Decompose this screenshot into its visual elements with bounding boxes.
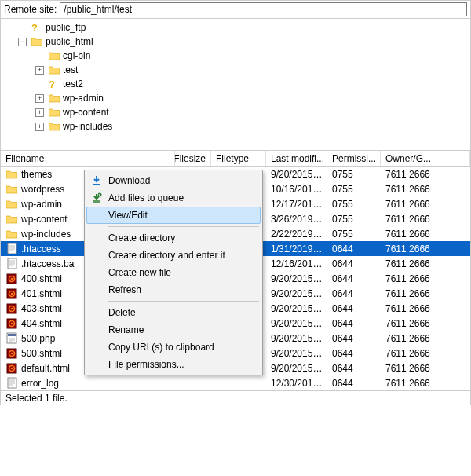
expand-icon[interactable]: + [35,123,44,131]
menu-item-label: Create directory and enter it [108,250,225,261]
file-name: wp-admin [21,199,62,210]
svg-point-21 [11,367,13,369]
remote-path-input[interactable] [60,2,467,16]
col-filename[interactable]: Filename [1,151,175,166]
collapse-icon[interactable]: − [18,38,27,46]
file-owner: 7611 2666 [381,229,470,240]
menu-create-file[interactable]: Create new file [86,264,261,281]
download-icon [89,174,104,188]
file-name: .htaccess.ba [21,258,74,269]
menu-delete[interactable]: Delete [86,304,261,321]
add-queue-icon [89,191,104,205]
tree-item[interactable]: −public_html [18,35,470,49]
unknown-folder-icon [49,79,60,89]
menu-item-label: Add files to queue [108,192,184,203]
file-modified: 9/20/2015 ... [266,303,327,314]
file-list-header[interactable]: Filename Filesize Filetype Last modifi..… [1,151,470,167]
svg-point-13 [11,322,13,324]
file-owner: 7611 2666 [381,199,470,210]
file-permissions: 0644 [327,348,381,359]
svg-rect-23 [93,184,100,185]
tree-item-label: public_ftp [46,20,86,35]
menu-create-directory-enter[interactable]: Create directory and enter it [86,247,261,264]
expand-icon[interactable]: + [35,108,44,117]
tree-item-label: wp-includes [63,119,112,134]
expand-icon[interactable]: + [35,94,44,103]
menu-add-to-queue[interactable]: Add files to queue [86,189,261,207]
file-name: 400.shtml [21,273,62,284]
menu-refresh[interactable]: Refresh [86,281,261,298]
file-name: default.html [21,363,70,374]
expand-icon[interactable]: + [35,66,44,75]
file-modified: 12/16/2015... [266,258,327,269]
file-owner: 7611 2666 [381,348,470,359]
file-modified: 12/30/2016... [266,378,327,389]
file-modified: 10/16/2017... [266,184,327,195]
shtml-file-icon [5,273,18,284]
menu-item-label: Delete [108,307,136,318]
menu-item-label: Download [108,175,150,186]
svg-point-4 [11,277,13,280]
tree-item-label: cgi-bin [63,49,90,63]
menu-download[interactable]: Download [86,172,261,189]
file-list[interactable]: themesFile folder9/20/2015 ...07557611 2… [1,167,470,390]
folder-icon [49,108,60,117]
file-modified: 9/20/2015 ... [266,348,327,359]
col-filesize[interactable]: Filesize [175,151,211,166]
file-owner: 7611 2666 [381,184,470,195]
file-name: 401.shtml [21,288,62,299]
menu-create-directory[interactable]: Create directory [86,229,261,247]
folder-icon [49,65,60,75]
directory-tree[interactable]: public_ftp−public_htmlcgi-bin+testtest2+… [1,19,470,151]
tree-item-label: wp-admin [63,91,104,105]
menu-item-label: Create directory [108,233,175,243]
shtml-file-icon [5,318,18,329]
status-text: Selected 1 file. [5,393,68,404]
folder-icon [5,229,18,239]
file-owner: 7611 2666 [381,258,470,269]
menu-rename[interactable]: Rename [86,321,261,339]
folder-icon [5,200,18,209]
col-permissions[interactable]: Permissi... [327,151,381,166]
tree-item-label: public_html [46,35,93,49]
file-name: 403.shtml [21,303,62,314]
tree-item[interactable]: +test [35,63,470,77]
remote-site-label: Remote site: [4,4,57,15]
tree-item[interactable]: cgi-bin [35,49,470,63]
file-owner: 7611 2666 [381,288,470,299]
col-owner[interactable]: Owner/G... [381,151,470,166]
menu-item-label: Create new file [108,267,171,278]
folder-icon [5,214,18,224]
file-owner: 7611 2666 [381,169,470,180]
file-name: 404.shtml [21,318,62,329]
unknown-folder-icon [31,23,42,32]
file-permissions: 0755 [327,199,381,210]
tree-item-label: wp-content [63,105,109,119]
shtml-file-icon [5,363,18,374]
tree-item[interactable]: +wp-admin [35,91,470,105]
svg-point-18 [11,352,13,354]
tree-item[interactable]: test2 [35,77,470,91]
tree-item[interactable]: public_ftp [18,20,470,35]
expander-placeholder [35,52,44,60]
file-name: wp-content [21,214,68,225]
tree-item[interactable]: +wp-content [35,105,470,119]
app-panel: Remote site: public_ftp−public_htmlcgi-b… [0,0,471,405]
file-permissions: 0644 [327,288,381,299]
file-name: wp-includes [21,229,71,240]
file-permissions: 0644 [327,273,381,284]
col-filetype[interactable]: Filetype [211,151,266,166]
text-file-icon [5,258,18,269]
tree-item[interactable]: +wp-includes [35,119,470,134]
file-modified: 2/22/2019 ... [266,229,327,240]
file-row[interactable]: error_log12/30/2016...06447611 2666 [1,375,470,390]
menu-file-permissions[interactable]: File permissions... [86,356,261,373]
menu-copy-url[interactable]: Copy URL(s) to clipboard [86,339,261,356]
col-lastmodified[interactable]: Last modifi... [266,151,327,166]
menu-view-edit[interactable]: View/Edit [86,207,261,224]
menu-item-label: Rename [108,324,144,335]
file-owner: 7611 2666 [381,363,470,374]
file-name: wordpress [21,184,64,195]
menu-item-label: Copy URL(s) to clipboard [108,342,214,353]
folder-icon [5,185,18,194]
